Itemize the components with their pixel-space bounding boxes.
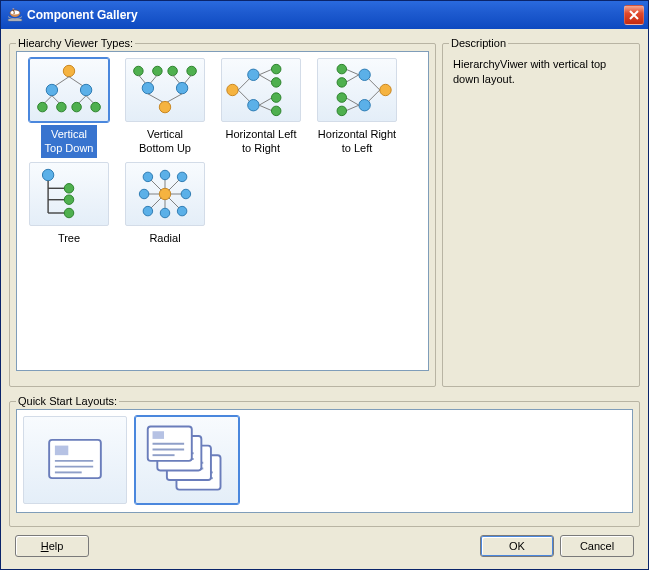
types-legend: Hiearchy Viewer Types:	[16, 37, 135, 49]
quick-start-legend: Quick Start Layouts:	[16, 395, 119, 407]
type-item-vertical-top-down[interactable]: VerticalTop Down	[23, 58, 115, 158]
close-button[interactable]	[624, 5, 644, 25]
type-item-horizontal-right-to-left[interactable]: Horizontal Rightto Left	[311, 58, 403, 158]
vertical-top-down-icon	[29, 58, 109, 122]
type-item-horizontal-left-to-right[interactable]: Horizontal Leftto Right	[215, 58, 307, 158]
horizontal-right-to-left-icon	[317, 58, 397, 122]
types-list[interactable]: VerticalTop DownVerticalBottom UpHorizon…	[16, 51, 429, 371]
single-card-icon	[30, 420, 120, 500]
titlebar: Component Gallery	[1, 1, 648, 29]
horizontal-left-to-right-icon	[221, 58, 301, 122]
description-group: Description HierarchyViwer with vertical…	[442, 37, 640, 387]
vertical-bottom-up-icon	[125, 58, 205, 122]
help-button[interactable]: Help	[15, 535, 89, 557]
dialog-content: Hiearchy Viewer Types: VerticalTop DownV…	[1, 29, 648, 569]
type-item-radial[interactable]: Radial	[119, 162, 211, 247]
type-item-label: Horizontal Rightto Left	[314, 125, 400, 158]
type-item-label: VerticalTop Down	[41, 125, 98, 158]
svg-point-0	[12, 8, 14, 9]
button-row: Help OK Cancel	[9, 535, 640, 559]
type-item-label: VerticalBottom Up	[135, 125, 195, 158]
type-item-label: Horizontal Leftto Right	[222, 125, 301, 158]
window-title: Component Gallery	[27, 8, 624, 22]
type-item-label: Radial	[145, 229, 184, 247]
dialog-window: Component Gallery Hiearchy Viewer Types:…	[0, 0, 649, 570]
type-item-tree[interactable]: Tree	[23, 162, 115, 247]
quick-start-item-card-stack[interactable]	[135, 416, 239, 504]
hierarchy-viewer-types-group: Hiearchy Viewer Types: VerticalTop DownV…	[9, 37, 436, 387]
radial-icon	[125, 162, 205, 226]
app-icon	[7, 7, 23, 23]
quick-start-list[interactable]	[16, 409, 633, 513]
cancel-button[interactable]: Cancel	[560, 535, 634, 557]
description-legend: Description	[449, 37, 508, 49]
type-item-vertical-bottom-up[interactable]: VerticalBottom Up	[119, 58, 211, 158]
quick-start-layouts-group: Quick Start Layouts:	[9, 395, 640, 527]
type-item-label: Tree	[54, 229, 84, 247]
quick-start-item-single-card[interactable]	[23, 416, 127, 504]
description-text: HierarchyViwer with vertical top down la…	[449, 51, 633, 94]
ok-button[interactable]: OK	[480, 535, 554, 557]
card-stack-icon	[142, 420, 232, 500]
tree-icon	[29, 162, 109, 226]
